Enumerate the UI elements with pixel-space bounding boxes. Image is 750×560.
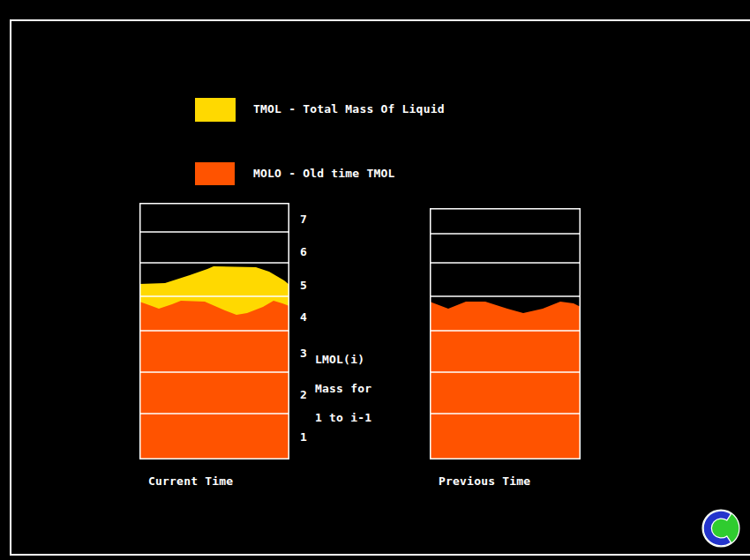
cell-label-4: 4	[300, 311, 307, 323]
cell-label-5: 5	[300, 280, 307, 291]
molo-legend-label: MOLO - Old time TMOL	[253, 168, 395, 179]
previous-time-caption: Previous Time	[439, 475, 530, 487]
frame-border	[10, 19, 750, 556]
cell-label-1: 1	[300, 431, 307, 443]
cell-label-6: 6	[300, 246, 307, 258]
previous-time-column	[430, 208, 581, 459]
cell-label-7: 7	[300, 213, 307, 225]
simulation-screen: TMOL - Total Mass Of Liquid MOLO - Old t…	[0, 0, 750, 560]
current-time-caption: Current Time	[148, 475, 233, 487]
molo-legend-swatch	[195, 162, 235, 185]
molo-fill-area	[430, 302, 581, 459]
annotation-range: 1 to i-1	[315, 412, 371, 423]
tmol-legend-label: TMOL - Total Mass Of Liquid	[253, 103, 445, 115]
molo-fill-area	[139, 301, 289, 459]
annotation-lmol: LMOL(i)	[315, 354, 364, 365]
annotation-mass-for: Mass for	[315, 383, 371, 394]
tmol-legend-swatch	[195, 98, 236, 122]
cell-label-3: 3	[300, 347, 307, 359]
current-time-column	[139, 203, 289, 459]
cell-label-2: 2	[300, 389, 307, 400]
rotating-arrows-logo	[701, 508, 741, 549]
